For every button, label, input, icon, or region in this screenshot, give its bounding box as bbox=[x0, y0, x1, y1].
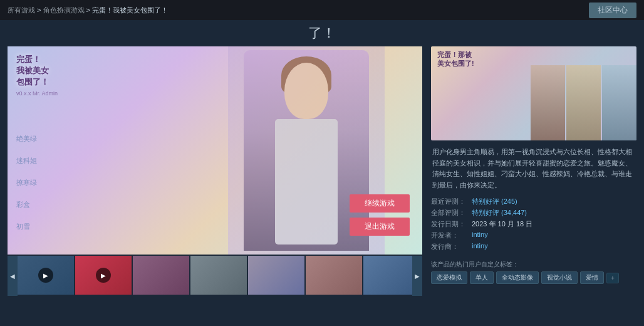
banner-title: 完蛋！那被 美女包围了! bbox=[437, 50, 474, 68]
thumbnail-4[interactable] bbox=[248, 256, 304, 295]
recent-review-label: 最近评测： bbox=[431, 197, 465, 206]
thumbnails-list: ▶ ▶ bbox=[18, 256, 412, 296]
banner-char-3 bbox=[602, 65, 636, 140]
game-version-info: v0.x.x Mr. Admin bbox=[16, 90, 58, 97]
thumbnail-1[interactable]: ▶ bbox=[75, 256, 132, 295]
character-face bbox=[284, 63, 328, 119]
game-meta: 最近评测： 特别好评 (245) 全部评测： 特别好评 (34,447) 发行日… bbox=[431, 197, 636, 251]
publisher-value[interactable]: intiny bbox=[472, 242, 636, 251]
play-icon-0: ▶ bbox=[38, 268, 53, 283]
developer-label: 开发者： bbox=[431, 231, 465, 240]
character-body bbox=[275, 119, 338, 244]
banner-characters bbox=[531, 65, 636, 140]
menu-item-4[interactable]: 初雪 bbox=[16, 222, 37, 231]
right-panel: 完蛋！那被 美女包围了! 用户化身男主角顺易，用第一视角沉浸式与六位长相、性格都… bbox=[431, 46, 636, 308]
thumbnails-strip: ◀ ▶ ▶ ▶ bbox=[8, 256, 422, 296]
developer-value[interactable]: intiny bbox=[472, 231, 636, 240]
menu-item-2[interactable]: 撩寒绿 bbox=[16, 178, 37, 187]
release-date-label: 发行日期： bbox=[431, 219, 465, 229]
breadcrumb-link-all-games[interactable]: 所有游戏 bbox=[8, 6, 35, 14]
game-showcase: 完蛋！ 我被美女 包围了！ v0.x.x Mr. Admin 绝美绿 迷科姐 撩… bbox=[8, 46, 422, 255]
publisher-label: 发行商： bbox=[431, 242, 465, 251]
page-title: 了！ bbox=[8, 24, 636, 43]
thumbnails-prev-button[interactable]: ◀ bbox=[8, 256, 18, 296]
game-banner: 完蛋！那被 美女包围了! bbox=[431, 46, 636, 140]
game-description: 用户化身男主角顺易，用第一视角沉浸式与六位长相、性格都大相径庭的美女相识，并与她… bbox=[431, 147, 636, 191]
main-content: 完蛋！ 我被美女 包围了！ v0.x.x Mr. Admin 绝美绿 迷科姐 撩… bbox=[0, 46, 644, 308]
tag-4[interactable]: 爱情 bbox=[580, 271, 604, 284]
tags-list: 恋爱模拟 单人 全动态影像 视觉小说 爱情 + bbox=[431, 271, 636, 284]
tag-3[interactable]: 视觉小说 bbox=[541, 271, 578, 284]
breadcrumb-link-rpg[interactable]: 角色扮演游戏 bbox=[43, 6, 85, 14]
tags-section: 该产品的热门用户自定义标签： 恋爱模拟 单人 全动态影像 视觉小说 爱情 + bbox=[431, 260, 636, 284]
thumbnail-6[interactable] bbox=[363, 256, 412, 295]
breadcrumb-current: 完蛋！我被美女包围了！ bbox=[92, 6, 168, 14]
breadcrumb: 所有游戏 > 角色扮演游戏 > 完蛋！我被美女包围了！ bbox=[8, 6, 168, 15]
thumbnail-5[interactable] bbox=[306, 256, 362, 295]
community-center-button[interactable]: 社区中心 bbox=[589, 3, 636, 18]
play-icon-1: ▶ bbox=[96, 268, 111, 283]
tag-plus-button[interactable]: + bbox=[606, 273, 619, 283]
tags-label: 该产品的热门用户自定义标签： bbox=[431, 260, 636, 269]
recent-review-value[interactable]: 特别好评 (245) bbox=[472, 197, 636, 206]
menu-item-0[interactable]: 绝美绿 bbox=[16, 134, 37, 144]
left-panel: 完蛋！ 我被美女 包围了！ v0.x.x Mr. Admin 绝美绿 迷科姐 撩… bbox=[8, 46, 422, 308]
game-title-overlay: 完蛋！ 我被美女 包围了！ bbox=[16, 54, 49, 88]
continue-game-button[interactable]: 继续游戏 bbox=[350, 194, 410, 213]
release-date-value: 2023 年 10 月 18 日 bbox=[472, 219, 636, 229]
top-nav: 所有游戏 > 角色扮演游戏 > 完蛋！我被美女包围了！ 社区中心 bbox=[0, 0, 644, 20]
page-title-bar: 了！ bbox=[0, 20, 644, 46]
tag-0[interactable]: 恋爱模拟 bbox=[431, 271, 467, 284]
thumbnail-0[interactable]: ▶ bbox=[18, 256, 74, 295]
thumbnail-3[interactable] bbox=[190, 256, 247, 295]
menu-item-3[interactable]: 彩盒 bbox=[16, 200, 37, 209]
banner-char-1 bbox=[531, 65, 565, 140]
tag-1[interactable]: 单人 bbox=[470, 271, 494, 284]
thumbnails-next-button[interactable]: ▶ bbox=[412, 256, 422, 296]
thumbnail-2[interactable] bbox=[133, 256, 189, 295]
all-review-label: 全部评测： bbox=[431, 208, 465, 218]
menu-item-1[interactable]: 迷科姐 bbox=[16, 156, 37, 166]
tag-2[interactable]: 全动态影像 bbox=[496, 271, 539, 284]
game-buttons: 继续游戏 退出游戏 bbox=[350, 194, 410, 236]
exit-game-button[interactable]: 退出游戏 bbox=[350, 218, 410, 236]
all-review-value[interactable]: 特别好评 (34,447) bbox=[472, 208, 636, 218]
game-menu: 绝美绿 迷科姐 撩寒绿 彩盒 初雪 bbox=[16, 134, 37, 231]
banner-char-2 bbox=[566, 65, 601, 140]
